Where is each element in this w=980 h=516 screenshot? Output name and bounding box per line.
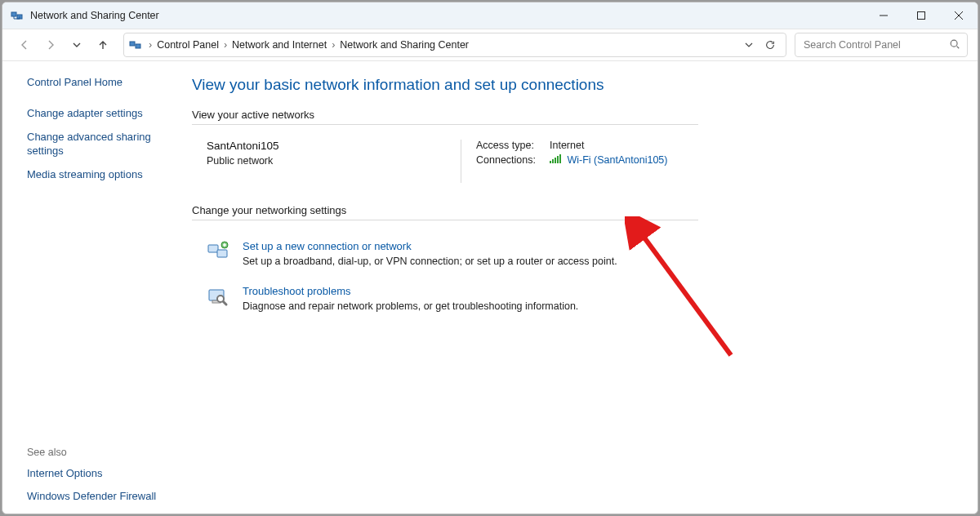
svg-rect-12 [217,250,227,257]
address-bar[interactable]: › Control Panel › Network and Internet ›… [123,33,786,57]
chevron-right-icon: › [147,39,154,51]
chevron-right-icon: › [222,39,229,51]
svg-rect-11 [208,245,218,252]
control-panel-icon [129,38,142,51]
see-also-label: See also [27,447,172,458]
recent-locations-button[interactable] [65,33,89,57]
forward-button[interactable] [38,33,63,57]
chevron-right-icon: › [330,39,336,51]
setup-connection-icon [207,240,229,263]
svg-point-16 [217,296,224,302]
search-icon [949,38,960,52]
svg-rect-10 [559,154,561,163]
active-network-row: SantAntoni105 Public network Access type… [192,140,698,183]
up-button[interactable] [91,33,115,57]
settings-item-desc: Set up a broadband, dial-up, or VPN conn… [243,256,617,267]
sidebar-item-advanced-sharing[interactable]: Change advanced sharing settings [27,130,172,158]
divider [192,124,698,125]
svg-rect-6 [550,161,551,163]
body: Control Panel Home Change adapter settin… [2,61,978,514]
sidebar: Control Panel Home Change adapter settin… [2,61,184,514]
network-type: Public network [207,155,461,167]
breadcrumb[interactable]: Network and Sharing Center [336,38,472,52]
refresh-button[interactable] [760,39,781,51]
titlebar: Network and Sharing Center [2,2,978,29]
back-button[interactable] [12,33,37,57]
troubleshoot-item[interactable]: Troubleshoot problems Diagnose and repai… [192,285,747,312]
svg-rect-4 [136,44,140,48]
svg-point-5 [951,40,957,47]
svg-rect-0 [11,12,16,16]
page-title: View your basic network information and … [192,76,960,94]
divider [192,220,698,220]
breadcrumb[interactable]: Network and Internet [229,38,330,52]
settings-item-desc: Diagnose and repair network problems, or… [243,300,578,312]
svg-rect-8 [555,158,556,163]
address-dropdown-button[interactable] [738,40,760,50]
connection-link[interactable]: Wi-Fi (SantAntoni105) [567,154,667,166]
sidebar-item-media-streaming[interactable]: Media streaming options [27,167,172,182]
network-summary: SantAntoni105 Public network [192,140,461,183]
svg-rect-9 [557,156,559,163]
window: Network and Sharing Center › [2,2,978,514]
search-box[interactable] [795,33,968,57]
network-name: SantAntoni105 [207,140,461,152]
settings-list: Set up a new connection or network Set u… [192,240,747,312]
setup-connection-item[interactable]: Set up a new connection or network Set u… [192,240,747,267]
svg-rect-2 [918,12,925,20]
access-type-value: Internet [550,140,584,151]
content-pane: View your basic network information and … [184,61,978,514]
search-input[interactable] [802,38,946,51]
minimize-button[interactable] [865,2,902,29]
breadcrumb[interactable]: Control Panel [154,38,222,52]
connections-label: Connections: [476,154,550,167]
sidebar-item-adapter-settings[interactable]: Change adapter settings [27,106,172,121]
network-center-icon [11,9,24,22]
maximize-button[interactable] [902,2,940,29]
svg-rect-7 [552,159,554,163]
troubleshoot-icon [207,285,229,308]
settings-item-title[interactable]: Troubleshoot problems [243,285,578,297]
sidebar-item-cp-home[interactable]: Control Panel Home [27,76,172,88]
network-details: Access type: Internet Connections: [461,140,698,183]
wifi-signal-icon [550,155,564,167]
section-header: Change your networking settings [192,204,960,216]
navbar: › Control Panel › Network and Internet ›… [2,29,978,61]
window-title: Network and Sharing Center [30,10,159,21]
sidebar-item-defender-firewall[interactable]: Windows Defender Firewall [27,489,172,504]
settings-item-title[interactable]: Set up a new connection or network [243,240,617,252]
close-button[interactable] [940,2,978,29]
svg-rect-3 [130,42,135,46]
access-type-label: Access type: [476,140,550,151]
section-header: View your active networks [192,109,960,121]
sidebar-item-internet-options[interactable]: Internet Options [27,466,172,481]
